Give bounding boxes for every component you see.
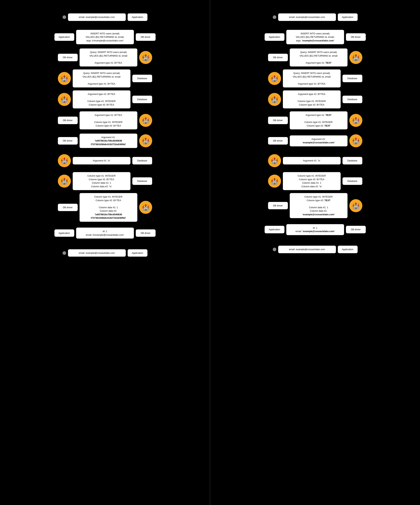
- diagram-row: email: example@cossacklabs.com Applicati…: [214, 240, 416, 259]
- acra-castle: 🏰: [58, 93, 71, 106]
- message-text: Column type #1: INTEGERColumn type #2: B…: [87, 174, 115, 188]
- castle-icon: 🏰: [61, 177, 68, 185]
- label-box: Database: [343, 75, 362, 82]
- message-box: Column type #1: INTEGERColumn type #2: T…: [290, 193, 348, 218]
- label-box: Application: [128, 13, 147, 21]
- diagram-row: 🏰 Argument #1: '\x' Database: [4, 151, 206, 171]
- message-text: Argument type #1: BYTEAColumn type #1: I…: [94, 114, 122, 127]
- label-box: DB driver: [268, 54, 288, 61]
- label-box: Application: [128, 249, 147, 257]
- message-text: INSERT INTO users (email)VALUES ($1) RET…: [86, 32, 124, 42]
- message-box: INSERT INTO users (email)VALUES ($1) RET…: [76, 30, 134, 44]
- message-box: Column type #1: INTEGERColumn type #2: B…: [73, 172, 131, 190]
- message-text: Column type #1: INTEGERColumn type #2: T…: [302, 195, 335, 216]
- message-text: Argument type #1: BYTEAColumn type #1: I…: [87, 93, 115, 106]
- message-box: Argument type #1: BYTEAColumn type #1: I…: [73, 90, 131, 108]
- acra-castle: 🏰: [268, 93, 281, 106]
- message-box: Query: INSERT INTO users (email)VALUES (…: [283, 69, 341, 88]
- label-box: DB driver: [58, 137, 78, 145]
- label-text: Application: [132, 16, 143, 19]
- castle-icon: 🏰: [271, 157, 278, 164]
- message-box: Argument type #1: TEXTColumn type #1: IN…: [290, 111, 348, 129]
- diagram-row: 🏰 Argument type #1: BYTEAColumn type #1:…: [4, 89, 206, 110]
- acra-castle: 🏰: [349, 134, 362, 147]
- right-column: email: example@cossacklabs.com Applicati…: [210, 0, 420, 505]
- castle-icon: 🏰: [271, 177, 278, 185]
- castle-icon: 🏰: [142, 137, 150, 145]
- acra-castle: 🏰: [268, 154, 281, 167]
- castle-icon: 🏰: [61, 75, 68, 82]
- label-box: DB driver: [58, 204, 78, 211]
- message-text: Column type #1: INTEGERColumn type #2: B…: [91, 195, 126, 219]
- castle-icon: 🏰: [271, 75, 278, 82]
- message-text: id: 1email: b'example@cossacklabs.com': [86, 230, 124, 236]
- message-box: Argument #1: '\x': [283, 157, 341, 164]
- message-text: email: example@cossacklabs.com: [79, 252, 115, 254]
- castle-icon: 🏰: [352, 202, 360, 209]
- message-box: Argument #1:'\x6578616c706c6540636f73736…: [80, 133, 137, 148]
- diagram-row: DB driver Column type #1: INTEGERColumn …: [4, 192, 206, 223]
- label-box: Database: [343, 96, 362, 103]
- label-text: Application: [342, 16, 353, 19]
- message-box: email: example@cossacklabs.com: [278, 246, 336, 253]
- message-text: email: example@cossacklabs.com: [289, 248, 325, 251]
- label-box: Database: [132, 157, 152, 164]
- diagram-row: DB driver Query: INSERT INTO users (emai…: [214, 47, 416, 68]
- message-text: Argument #1: '\x': [303, 159, 320, 162]
- diagram-row: email: example@cossacklabs.com Applicati…: [4, 243, 206, 263]
- acra-castle: 🏰: [58, 175, 71, 188]
- diagram-row: 🏰 Query: INSERT INTO users (email)VALUES…: [214, 68, 416, 89]
- diagram-row: Application id: 1email: b'example@cossac…: [4, 223, 206, 243]
- diagram-row: DB driver Column type #1: INTEGERColumn …: [214, 192, 416, 220]
- diagram-row: 🏰 Argument type #1: BYTEAColumn type #1:…: [214, 89, 416, 110]
- label-box: DB driver: [268, 117, 288, 124]
- label-box: DB driver: [346, 226, 366, 233]
- diagram-row: 🏰 Argument #1: '\x' Database: [214, 151, 416, 171]
- message-box: Column type #1: INTEGERColumn type #2: B…: [283, 172, 341, 190]
- message-text: email: example@cossacklabs.com: [289, 16, 325, 19]
- acra-castle: 🏰: [349, 199, 362, 212]
- label-box: DB driver: [136, 229, 156, 237]
- label-text: Application: [132, 252, 143, 254]
- acra-castle: 🏰: [139, 114, 152, 127]
- message-box: Argument type #1: BYTEAColumn type #1: I…: [80, 111, 137, 129]
- acra-castle: 🏰: [58, 72, 71, 85]
- diagram-row: Application id: 1email: 'example@cossack…: [214, 220, 416, 240]
- label-box: Application: [54, 229, 74, 237]
- message-text: Argument #1: '\x': [93, 159, 110, 162]
- acra-castle: 🏰: [139, 134, 152, 147]
- message-text: id: 1email: 'example@cossacklabs.com': [295, 227, 335, 233]
- message-box: email: example@cossacklabs.com: [278, 13, 336, 21]
- message-box: INSERT INTO users (email)VALUES ($1) RET…: [286, 30, 344, 44]
- acra-castle: 🏰: [349, 114, 362, 127]
- label-box: Database: [132, 177, 152, 185]
- diagram-row: 🏰 Query: INSERT INTO users (email)VALUES…: [4, 68, 206, 89]
- flow-dot: [63, 15, 66, 19]
- castle-icon: 🏰: [142, 117, 150, 124]
- message-text: Query: INSERT INTO users (email)VALUES (…: [293, 72, 331, 85]
- castle-icon: 🏰: [352, 54, 360, 61]
- label-box: DB driver: [58, 54, 78, 61]
- acra-castle: 🏰: [58, 154, 71, 167]
- label-box: Application: [338, 13, 358, 21]
- diagram-row: DB driver Argument #1:'example@cossackla…: [214, 131, 416, 151]
- diagram-row: email: example@cossacklabs.com Applicati…: [214, 7, 416, 27]
- diagram-row: DB driver Query: INSERT INTO users (emai…: [4, 47, 206, 68]
- label-box: DB driver: [268, 137, 288, 145]
- message-text: Argument #1:'\x6578616c706c6540636f73736…: [91, 136, 126, 146]
- message-box: Argument #1:'example@cossacklabs.com': [290, 135, 348, 146]
- acra-castle: 🏰: [139, 51, 152, 64]
- diagram-row: 🏰 Column type #1: INTEGERColumn type #2:…: [4, 171, 206, 192]
- message-box: email: example@cossacklabs.com: [68, 13, 126, 21]
- castle-icon: 🏰: [271, 96, 278, 103]
- message-text: Column type #1: INTEGERColumn type #2: B…: [297, 174, 326, 188]
- message-text: Query: INSERT INTO users (email)VALUES (…: [83, 72, 120, 85]
- left-column: email: example@cossacklabs.com Applicati…: [0, 0, 210, 505]
- diagram-row: DB driver Argument type #1: TEXTColumn t…: [214, 110, 416, 131]
- message-box: Argument type #1: BYTEAColumn type #1: I…: [283, 90, 341, 108]
- label-box: Application: [54, 33, 74, 41]
- flow-dot: [273, 15, 276, 19]
- diagram-row: 🏰 Column type #1: INTEGERColumn type #2:…: [214, 171, 416, 192]
- main-container: email: example@cossacklabs.com Applicati…: [0, 0, 420, 505]
- label-box: Database: [343, 177, 362, 185]
